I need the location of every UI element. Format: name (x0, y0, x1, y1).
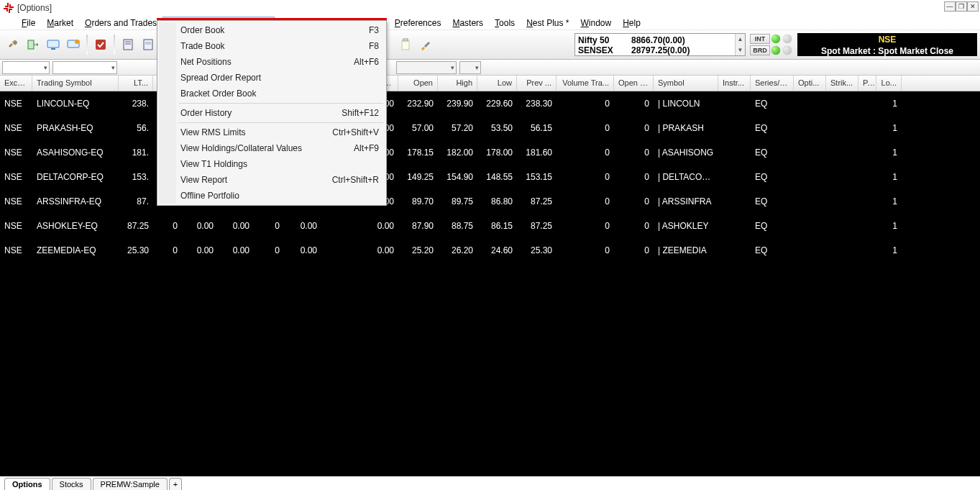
col-header[interactable]: Exch... (0, 76, 32, 91)
menu-item-view-holdings-collateral-values[interactable]: View Holdings/Collateral ValuesAlt+F9 (159, 140, 385, 156)
menu-item-trade-book[interactable]: Trade BookF8 (159, 38, 385, 54)
table-row[interactable]: NSEASAHISONG-EQ181.0.00178.15182.00178.0… (0, 140, 980, 165)
menu-file[interactable]: File (16, 17, 41, 30)
tool-book1-icon[interactable] (119, 36, 137, 53)
ticker-scrollbar[interactable]: ▲ ▼ (735, 34, 745, 55)
table-row[interactable]: NSEPRAKASH-EQ56.0.0057.0057.2053.5056.15… (0, 116, 980, 140)
menu-masters[interactable]: Masters (447, 17, 489, 30)
cell: ASHOKLEY-EQ (32, 221, 119, 231)
cell: NSE (0, 172, 32, 182)
menu-item-order-book[interactable]: Order BookF3 (159, 22, 385, 38)
menu-item-view-rms-limits[interactable]: View RMS LimitsCtrl+Shift+V (159, 124, 385, 140)
col-header[interactable]: LT... (119, 76, 153, 91)
menu-market[interactable]: Market (41, 17, 79, 30)
scroll-up-icon[interactable]: ▲ (736, 34, 745, 45)
brd-badge: BRD (750, 45, 770, 55)
filter-combo-4[interactable]: ▾ (459, 61, 481, 74)
filter-combo-3[interactable]: ▾ (396, 61, 457, 74)
cell: 1 (876, 196, 902, 207)
menu-tools[interactable]: Tools (489, 17, 521, 30)
grid-body[interactable]: NSELINCOLN-EQ238.0.00232.90239.90229.602… (0, 91, 980, 490)
tab-options[interactable]: Options (4, 478, 50, 490)
cell: | PRAKASH (654, 123, 718, 133)
cell: 181.60 (517, 148, 557, 158)
col-header[interactable]: Trading Symbol (32, 76, 119, 91)
tool-screen2-icon[interactable] (65, 36, 82, 53)
col-header[interactable]: Low (477, 76, 517, 91)
menu-nest-plus-[interactable]: Nest Plus * (521, 17, 574, 30)
col-header[interactable]: Opti... (794, 76, 826, 91)
menu-item-view-t-holdings[interactable]: View T1 Holdings (159, 156, 385, 172)
menu-item-spread-order-report[interactable]: Spread Order Report (159, 70, 385, 86)
tool-book2-icon[interactable] (139, 36, 157, 53)
menu-item-net-positions[interactable]: Net PositionsAlt+F6 (159, 54, 385, 70)
ticker-value: 8866.70(0.00) (631, 35, 685, 45)
restore-button[interactable]: ❐ (956, 1, 967, 12)
menu-item-bracket-order-book[interactable]: Bracket Order Book (159, 86, 385, 101)
col-header[interactable]: Instr... (718, 76, 751, 91)
cell: 26.20 (438, 245, 477, 255)
menu-item-offline-portfolio[interactable]: Offline Portfolio (159, 188, 385, 204)
cell: 53.50 (477, 123, 517, 133)
table-row[interactable]: NSELINCOLN-EQ238.0.00232.90239.90229.602… (0, 91, 980, 116)
col-header[interactable]: Volume Tra... (557, 76, 614, 91)
cell: 0.00 (284, 221, 321, 231)
menu-orders-and-trades[interactable]: Orders and Trades (79, 17, 162, 30)
table-row[interactable]: NSEASHOKLEY-EQ87.2500.000.0000.000.0087.… (0, 214, 980, 238)
tool-paintbrush-icon[interactable] (417, 36, 434, 53)
add-tab-button[interactable]: + (169, 478, 182, 490)
menu-window[interactable]: Window (575, 17, 618, 30)
chevron-down-icon: ▾ (451, 64, 454, 71)
menu-item-order-history[interactable]: Order HistoryShift+F12 (159, 105, 385, 121)
cell: 0 (614, 148, 654, 158)
cell: PRAKASH-EQ (32, 123, 119, 133)
minimize-button[interactable]: — (944, 1, 956, 12)
cell: 154.90 (438, 172, 477, 182)
svg-point-4 (75, 40, 79, 44)
scroll-down-icon[interactable]: ▼ (736, 45, 745, 55)
menu-icon-column (159, 22, 176, 204)
cell: | ASHOKLEY (654, 221, 718, 231)
cell: 0 (614, 99, 654, 109)
table-row[interactable]: NSEDELTACORP-EQ153.0.00149.25154.90148.5… (0, 165, 980, 189)
cell: EQ (751, 123, 794, 133)
col-header[interactable]: P... (858, 76, 876, 91)
col-header[interactable]: Prev ... (517, 76, 557, 91)
col-header[interactable]: Series/E... (751, 76, 794, 91)
tool-logout-icon[interactable] (24, 36, 42, 53)
tool-clipboard-icon[interactable] (397, 36, 414, 53)
cell: 24.60 (477, 245, 517, 255)
worksheet-tabs: OptionsStocksPREMW:Sample+ (0, 476, 980, 490)
close-button[interactable]: ✕ (967, 1, 979, 12)
tool-check-icon[interactable] (92, 36, 109, 53)
table-row[interactable]: NSEARSSINFRA-EQ87.0.0089.7089.7586.8087.… (0, 189, 980, 214)
col-header[interactable]: Open I... (614, 76, 654, 91)
col-header[interactable]: Symbol (654, 76, 718, 91)
filter-combo-1[interactable]: ▾ (2, 61, 50, 74)
col-header[interactable]: High (438, 76, 477, 91)
cell: 0.00 (359, 245, 398, 255)
tool-screen1-icon[interactable] (45, 36, 62, 53)
cell: 88.75 (438, 221, 477, 231)
cell: 87.25 (119, 221, 153, 231)
menu-help[interactable]: Help (617, 17, 646, 30)
cell: 1 (876, 148, 902, 158)
col-header[interactable]: Strik... (826, 76, 858, 91)
filter-combo-row: ▾ ▾ ▾ ▾ (0, 60, 980, 76)
filter-combo-2[interactable]: ▾ (52, 61, 117, 74)
tab-premw-sample[interactable]: PREMW:Sample (93, 478, 168, 490)
menu-item-view-report[interactable]: View ReportCtrl+Shift+R (159, 172, 385, 188)
col-header[interactable]: Lo... (876, 76, 902, 91)
int-badge: INT (750, 34, 770, 44)
tool-wrench-icon[interactable] (4, 36, 22, 53)
cell: 87.25 (517, 196, 557, 207)
table-row[interactable]: NSEZEEMEDIA-EQ25.3000.000.0000.000.0025.… (0, 238, 980, 263)
svg-rect-11 (402, 40, 409, 50)
ticker-row: Nifty 50 8866.70(0.00) (578, 35, 742, 45)
col-header[interactable]: Open (398, 76, 438, 91)
tab-stocks[interactable]: Stocks (52, 478, 91, 490)
cell: EQ (751, 99, 794, 109)
ticker-name: SENSEX (578, 45, 621, 55)
menu-preferences[interactable]: Preferences (389, 17, 447, 30)
cell: 0 (557, 245, 614, 255)
